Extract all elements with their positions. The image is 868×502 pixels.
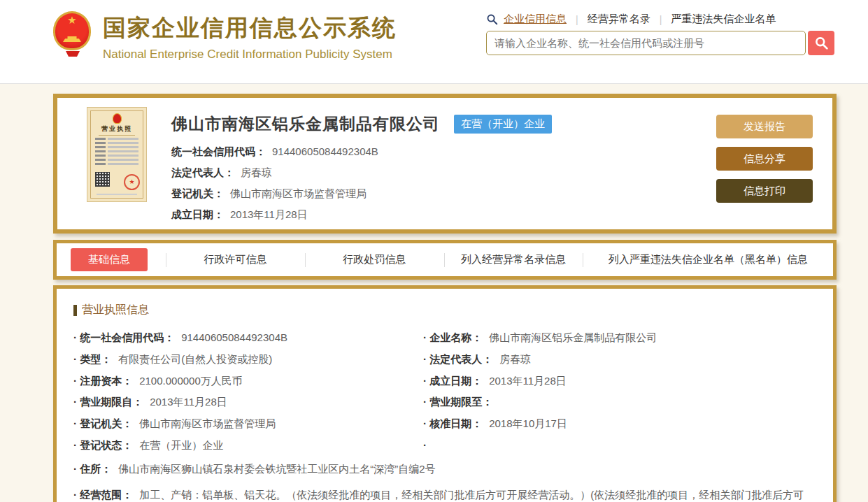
field-label: 法定代表人： <box>171 166 234 178</box>
field-business-scope: 经营范围：加工、产销：铝单板、铝天花。（依法须经批准的项目，经相关部门批准后方可… <box>73 485 816 502</box>
summary-field-registration-authority: 登记机关：佛山市南海区市场监督管理局 <box>171 187 552 201</box>
send-report-button[interactable]: 发送报告 <box>716 115 813 138</box>
tab-administrative-penalty[interactable]: 行政处罚信息 <box>305 253 444 266</box>
field-value: 91440605084492304B <box>272 145 378 157</box>
site-title-chinese: 国家企业信用信息公示系统 <box>103 13 397 44</box>
main-content: 营业执照 ★ 佛山市南海区铝乐金属制品有限公司 在营（开业）企业 统一社会信用 <box>0 84 868 502</box>
field-value: 2013年11月28日 <box>150 396 227 408</box>
license-qr-code <box>95 172 110 187</box>
field-establish-date: 成立日期：2013年11月28日 <box>423 373 816 389</box>
field-company-type: 类型：有限责任公司(自然人投资或控股) <box>73 352 423 367</box>
field-label: 企业名称： <box>429 331 482 343</box>
field-label: 住所： <box>80 463 111 475</box>
field-label: 统一社会信用代码： <box>80 331 174 343</box>
field-label: 法定代表人： <box>429 353 492 365</box>
field-label: 注册资本： <box>80 375 132 387</box>
field-value: 房春琼 <box>241 166 272 178</box>
field-value: 2100.000000万人民币 <box>139 375 243 387</box>
field-address: 住所：佛山市南海区狮山镇石泉村委会铁坑暨社工业区内土名“深湾”自编2号 <box>73 459 816 480</box>
search-icon <box>486 13 498 25</box>
search-button-icon <box>814 36 829 50</box>
nav-link-serious-violations[interactable]: 严重违法失信企业名单 <box>671 13 776 26</box>
license-red-seal: ★ <box>124 174 140 190</box>
status-badge: 在营（开业）企业 <box>454 115 552 134</box>
section-title-text: 营业执照信息 <box>82 303 149 317</box>
field-value: 2013年11月28日 <box>489 375 567 387</box>
emblem-ribbon <box>66 51 80 57</box>
company-name: 佛山市南海区铝乐金属制品有限公司 <box>171 113 440 135</box>
field-registration-status: 登记状态：在营（开业）企业 <box>73 438 423 453</box>
site-header: ★ 国家企业信用信息公示系统 National Enterprise Credi… <box>0 0 868 84</box>
field-registration-authority: 登记机关：佛山市南海区市场监督管理局 <box>73 416 423 431</box>
national-emblem-logo: ★ <box>53 11 92 62</box>
search-button[interactable] <box>808 31 834 55</box>
field-value: 在营（开业）企业 <box>139 439 223 451</box>
field-label: 类型： <box>80 353 111 365</box>
license-paper: 营业执照 ★ <box>90 110 143 199</box>
nav-link-enterprise-credit[interactable]: 企业信用信息 <box>504 13 567 26</box>
emblem-star-icon: ★ <box>55 15 89 25</box>
field-label: 成立日期： <box>171 208 224 220</box>
license-info-panel: 营业执照信息 统一社会信用代码：91440605084492304B 企业名称：… <box>53 285 837 502</box>
company-summary-card: 营业执照 ★ 佛山市南海区铝乐金属制品有限公司 在营（开业）企业 统一社会信用 <box>53 94 837 234</box>
nav-link-abnormal-operations[interactable]: 经营异常名录 <box>588 13 650 26</box>
field-label: 成立日期： <box>429 375 482 387</box>
field-value: 91440605084492304B <box>181 331 287 343</box>
field-term-start: 营业期限自：2013年11月28日 <box>73 394 423 410</box>
emblem-gate-icon <box>63 36 81 42</box>
tab-basic-info[interactable]: 基础信息 <box>71 248 148 271</box>
field-value: 佛山市南海区狮山镇石泉村委会铁坑暨社工业区内土名“深湾”自编2号 <box>118 463 435 475</box>
field-label: 营业期限自： <box>80 396 143 408</box>
license-thumb-title: 营业执照 <box>91 124 143 134</box>
field-legal-rep: 法定代表人：房春琼 <box>423 352 816 367</box>
field-value: 有限责任公司(自然人投资或控股) <box>118 353 272 365</box>
field-credit-code: 统一社会信用代码：91440605084492304B <box>73 330 423 345</box>
section-title-license-info: 营业执照信息 <box>73 303 816 317</box>
field-value: 佛山市南海区铝乐金属制品有限公司 <box>489 331 657 343</box>
field-label: 登记机关： <box>171 187 224 199</box>
business-license-thumbnail[interactable]: 营业执照 ★ <box>87 107 147 202</box>
field-value: 加工、产销：铝单板、铝天花。（依法须经批准的项目，经相关部门批准后方可开展经营活… <box>73 489 804 502</box>
share-info-button[interactable]: 信息分享 <box>716 147 813 171</box>
field-term-end: 营业期限至： <box>423 394 816 410</box>
field-label: 核准日期： <box>429 417 482 429</box>
license-emblem-icon <box>113 113 122 124</box>
summary-field-credit-code: 统一社会信用代码：91440605084492304B <box>171 145 552 159</box>
field-label: 营业期限至： <box>429 396 492 408</box>
field-value: 佛山市南海区市场监督管理局 <box>230 187 367 199</box>
field-label: 登记机关： <box>80 417 132 429</box>
field-label: 经营范围： <box>80 489 132 501</box>
tab-abnormal-operations-list[interactable]: 列入经营异常名录信息 <box>444 253 583 266</box>
license-divider <box>99 135 135 136</box>
license-footer-line <box>97 194 137 195</box>
print-info-button[interactable]: 信息打印 <box>716 179 813 203</box>
summary-field-legal-rep: 法定代表人：房春琼 <box>171 166 552 180</box>
field-company-name: 企业名称：佛山市南海区铝乐金属制品有限公司 <box>423 330 816 345</box>
license-fields-grid: 统一社会信用代码：91440605084492304B 企业名称：佛山市南海区铝… <box>73 330 816 502</box>
search-type-nav: 企业信用信息 | 经营异常名录 | 严重违法失信企业名单 <box>486 13 834 26</box>
field-value: 2013年11月28日 <box>230 208 308 220</box>
summary-field-establish-date: 成立日期：2013年11月28日 <box>171 208 552 222</box>
nav-separator: | <box>576 14 578 25</box>
section-title-bar <box>73 305 77 316</box>
field-value: 房春琼 <box>499 353 531 365</box>
field-value: 2018年10月17日 <box>489 417 567 429</box>
site-logo: ★ 国家企业信用信息公示系统 National Enterprise Credi… <box>53 11 397 83</box>
nav-separator: | <box>660 14 662 25</box>
info-tab-bar: 基础信息 行政许可信息 行政处罚信息 列入经营异常名录信息 列入严重违法失信企业… <box>53 240 837 280</box>
tab-administrative-license[interactable]: 行政许可信息 <box>166 253 305 266</box>
search-input[interactable] <box>486 31 806 55</box>
field-label: 统一社会信用代码： <box>171 145 266 157</box>
emblem-shield: ★ <box>53 11 91 50</box>
field-empty-cell <box>423 438 816 453</box>
field-approval-date: 核准日期：2018年10月17日 <box>423 416 816 431</box>
field-label: 登记状态： <box>80 439 132 451</box>
tab-serious-violations-blacklist[interactable]: 列入严重违法失信企业名单（黑名单）信息 <box>583 253 833 266</box>
site-title-english: National Enterprise Credit Information P… <box>103 48 397 62</box>
field-registered-capital: 注册资本：2100.000000万人民币 <box>73 373 423 389</box>
field-value: 佛山市南海区市场监督管理局 <box>139 417 276 429</box>
